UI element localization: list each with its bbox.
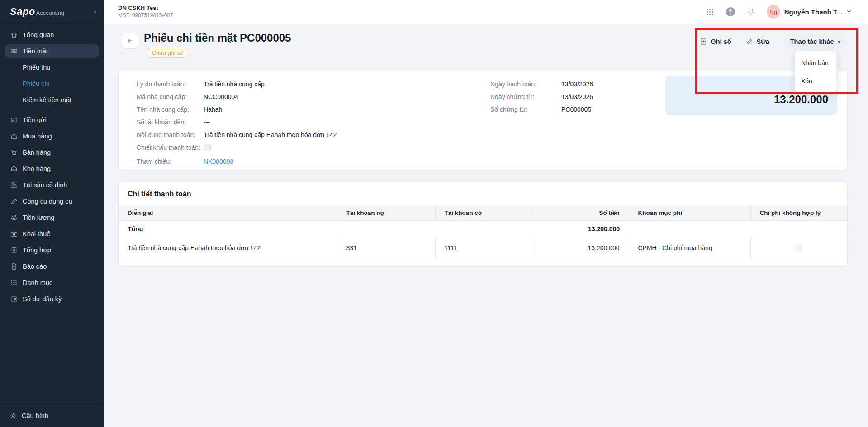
- record-button[interactable]: Ghi sổ: [700, 38, 731, 45]
- payment-content-value: Trả tiền nhà cung cấp Hahah theo hóa đơn…: [204, 131, 337, 138]
- table-row: Trả tiền nhà cung cấp Hahah theo hóa đơn…: [119, 237, 847, 259]
- pencil-icon: [746, 38, 753, 45]
- user-name: Nguyễn Thanh T...: [784, 8, 842, 16]
- sidebar-item-cau-hinh[interactable]: Cấu hình: [0, 404, 104, 427]
- supplier-code-value: NCC000004: [204, 93, 238, 100]
- bell-icon[interactable]: [746, 7, 755, 16]
- bank-icon: [10, 230, 18, 237]
- logo-row: Sapo Accounting ‹: [0, 0, 104, 24]
- total-row-amount: 13.200.000: [532, 221, 629, 237]
- avatar: Ng: [767, 5, 780, 19]
- table-header-row: Diễn giải Tài khoản nợ Tài khoản có Số t…: [119, 205, 847, 221]
- sidebar-collapse-icon[interactable]: ‹: [94, 7, 97, 16]
- sidebar-item-kho-hang[interactable]: Kho hàng: [0, 161, 104, 177]
- sidebar: Sapo Accounting ‹ Tổng quan Tiền mặt Phi…: [0, 0, 104, 427]
- sidebar-item-tien-mat[interactable]: Tiền mặt: [5, 44, 99, 58]
- sidebar-item-tong-quan[interactable]: Tổng quan: [0, 27, 104, 43]
- warehouse-icon: [10, 165, 18, 172]
- logo-suffix: Accounting: [36, 10, 64, 16]
- sidebar-item-cong-cu-dung-cu[interactable]: Công cụ dụng cụ: [0, 193, 104, 209]
- detail-section-title: Chi tiết thanh toán: [119, 182, 847, 205]
- total-row-label: Tổng: [119, 221, 337, 237]
- col-expense-item: Khoản mục phí: [629, 205, 750, 221]
- sidebar-item-ban-hang[interactable]: Bán hàng: [0, 144, 104, 161]
- main-area: DN CSKH Test MST: 0987519815-007 ? Ng Ng…: [104, 0, 868, 427]
- cell-description: Trả tiền nhà cung cấp Hahah theo hóa đơn…: [119, 237, 337, 259]
- sidebar-item-khai-thue[interactable]: Khai thuế: [0, 226, 104, 242]
- status-badge: Chưa ghi sổ: [146, 48, 189, 58]
- sidebar-item-mua-hang[interactable]: Mua hàng: [0, 128, 104, 144]
- chevron-down-icon: [846, 8, 852, 15]
- help-icon[interactable]: ?: [726, 7, 735, 16]
- payment-reason-value: Trả tiền nhà cung cấp: [204, 81, 265, 88]
- reference-link[interactable]: NK000008: [204, 158, 233, 165]
- sidebar-item-so-du-dau-ky[interactable]: Số dư đầu kỳ: [0, 291, 104, 307]
- card-icon: [10, 116, 18, 123]
- company-tax-code: MST: 0987519815-007: [118, 12, 173, 19]
- sidebar-nav: Tổng quan Tiền mặt Phiếu thu Phiếu chi K…: [0, 27, 104, 307]
- posting-date-value: 13/03/2026: [561, 81, 593, 88]
- col-invalid-expense: Chi phí không hợp lý: [750, 205, 847, 221]
- sidebar-item-danh-muc[interactable]: Danh mục: [0, 275, 104, 291]
- col-debit-account: Tài khoản nợ: [337, 205, 435, 221]
- cell-amount: 13.200.000: [532, 237, 629, 259]
- sidebar-item-phieu-thu[interactable]: Phiếu thu: [0, 59, 104, 76]
- cart-icon: [10, 149, 18, 156]
- home-icon: [10, 31, 18, 38]
- sidebar-item-tai-san-co-dinh[interactable]: Tài sản cố định: [0, 177, 104, 193]
- info-fields-right: Ngày hạch toán:13/03/2026 Ngày chứng từ:…: [490, 78, 593, 116]
- wallet-icon: [10, 295, 18, 303]
- page-head: Phiếu chi tiền mặt PC000005 Chưa ghi sổ …: [118, 32, 848, 62]
- table-total-row: Tổng 13.200.000: [119, 221, 847, 237]
- col-description: Diễn giải: [119, 205, 337, 221]
- user-menu[interactable]: Ng Nguyễn Thanh T...: [767, 5, 852, 19]
- cell-expense-item: CPMH - Chi phí mua hàng: [629, 237, 750, 259]
- sapo-logo: Sapo: [10, 6, 35, 18]
- company-info: DN CSKH Test MST: 0987519815-007: [118, 5, 173, 19]
- invalid-expense-checkbox[interactable]: [796, 245, 802, 251]
- col-credit-account: Tài khoản có: [435, 205, 532, 221]
- caret-down-icon: ▾: [838, 39, 840, 45]
- discount-checkbox[interactable]: [204, 144, 211, 151]
- back-button[interactable]: [122, 33, 138, 49]
- menu-item-duplicate[interactable]: Nhân bản: [795, 54, 836, 72]
- col-amount: Số tiền: [532, 205, 629, 221]
- topbar: DN CSKH Test MST: 0987519815-007 ? Ng Ng…: [104, 0, 868, 24]
- apps-grid-icon[interactable]: [706, 7, 715, 16]
- payment-detail-card: Chi tiết thanh toán Diễn giải Tài khoản …: [118, 181, 848, 267]
- cell-debit-account: 331: [337, 237, 435, 259]
- tool-icon: [10, 198, 18, 205]
- gear-icon: [9, 412, 17, 419]
- dest-account-value: ---: [204, 119, 210, 126]
- supplier-name-value: Hahah: [204, 106, 222, 113]
- edit-button[interactable]: Sửa: [746, 38, 769, 45]
- more-actions-button[interactable]: Thao tác khác ▾: [784, 34, 847, 49]
- sidebar-item-tien-gui[interactable]: Tiền gửi: [0, 112, 104, 128]
- sidebar-item-tien-luong[interactable]: Tiền lương: [0, 209, 104, 226]
- voucher-date-value: 13/03/2026: [561, 93, 593, 100]
- voucher-info-card: Lý do thanh toán:Trả tiền nhà cung cấp M…: [118, 71, 848, 170]
- company-name: DN CSKH Test: [118, 5, 173, 12]
- cash-icon: [10, 47, 18, 55]
- total-value: 13.200.000: [665, 93, 828, 106]
- topbar-right: ? Ng Nguyễn Thanh T...: [706, 5, 852, 19]
- sidebar-item-tong-hop[interactable]: Tổng hợp: [0, 242, 104, 258]
- list-icon: [10, 279, 18, 286]
- content: Phiếu chi tiền mặt PC000005 Chưa ghi sổ …: [104, 32, 868, 267]
- ledger-icon: [10, 247, 18, 254]
- action-bar: Ghi sổ Sửa Thao tác khác ▾: [700, 34, 847, 49]
- menu-item-delete[interactable]: Xóa: [795, 72, 836, 90]
- arrow-left-icon: [126, 37, 133, 44]
- sidebar-item-kiem-ke-tien-mat[interactable]: Kiểm kê tiền mặt: [0, 92, 104, 108]
- report-icon: [10, 263, 18, 270]
- building-icon: [10, 181, 18, 189]
- page-title: Phiếu chi tiền mặt PC000005: [144, 32, 291, 45]
- voucher-number-value: PC000005: [561, 106, 591, 113]
- salary-icon: [10, 214, 18, 221]
- cell-credit-account: 1111: [435, 237, 532, 259]
- more-actions-dropdown: Nhân bản Xóa: [795, 51, 837, 93]
- sidebar-item-phieu-chi[interactable]: Phiếu chi: [0, 76, 104, 92]
- document-plus-icon: [700, 38, 707, 45]
- sidebar-item-bao-cao[interactable]: Báo cáo: [0, 258, 104, 275]
- payment-detail-table: Diễn giải Tài khoản nợ Tài khoản có Số t…: [119, 205, 847, 259]
